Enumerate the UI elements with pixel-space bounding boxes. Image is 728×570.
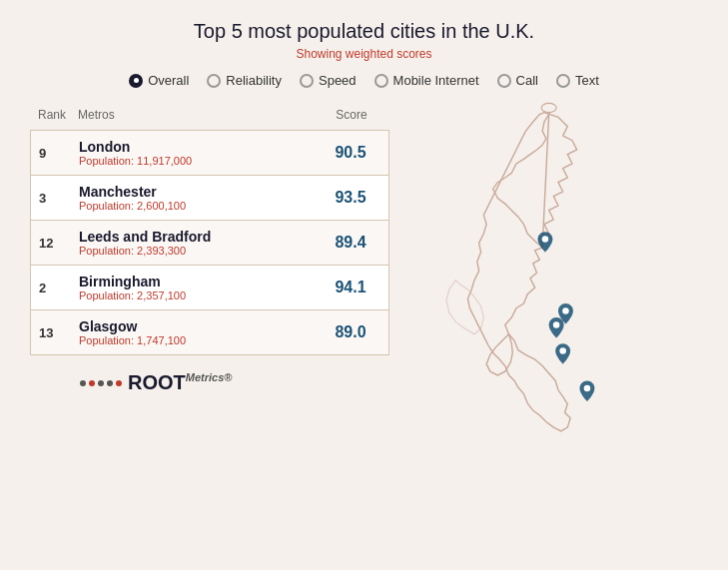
col-score-header: Score <box>322 108 381 122</box>
map-section <box>389 104 699 513</box>
city-name: Glasgow <box>79 318 321 334</box>
svg-point-0 <box>541 103 556 112</box>
table-row: 3 Manchester Population: 2,600,100 93.5 <box>31 176 388 221</box>
svg-point-1 <box>542 236 549 243</box>
radio-reliability-label: Reliability <box>226 73 282 88</box>
table-header: Rank Metros Score <box>30 104 389 126</box>
city-score: 93.5 <box>321 189 380 207</box>
table-row: 12 Leeds and Bradford Population: 2,393,… <box>31 221 388 266</box>
radio-speed[interactable]: Speed <box>300 73 357 88</box>
radio-speed-label: Speed <box>319 73 357 88</box>
logo-root: ROOT <box>128 371 186 393</box>
logo-dots-icon <box>80 380 122 386</box>
radio-call[interactable]: Call <box>497 73 538 88</box>
radio-overall-circle <box>129 74 143 88</box>
radio-call-label: Call <box>516 73 538 88</box>
col-metros-header: Metros <box>78 108 322 122</box>
page-title: Top 5 most populated cities in the U.K. <box>30 20 698 43</box>
row-rank: 3 <box>39 191 79 206</box>
logo-area: ROOTMetrics® <box>30 371 389 394</box>
table-body: 9 London Population: 11,917,000 90.5 3 M… <box>30 130 389 355</box>
radio-text-label: Text <box>575 73 599 88</box>
radio-mobile-internet[interactable]: Mobile Internet <box>374 73 479 88</box>
radio-reliability-circle <box>207 74 221 88</box>
content-area: Rank Metros Score 9 London Population: 1… <box>30 104 698 513</box>
row-rank: 9 <box>39 146 79 161</box>
radio-speed-circle <box>300 74 314 88</box>
city-population: Population: 2,357,100 <box>79 289 321 301</box>
row-rank: 12 <box>39 236 79 251</box>
svg-point-2 <box>562 307 569 314</box>
table-row: 2 Birmingham Population: 2,357,100 94.1 <box>31 266 388 310</box>
radio-mobile-circle <box>374 74 388 88</box>
city-population: Population: 11,917,000 <box>79 155 321 167</box>
radio-text-circle <box>556 74 570 88</box>
city-population: Population: 1,747,100 <box>79 334 321 346</box>
filter-radio-group: Overall Reliability Speed Mobile Interne… <box>30 73 698 88</box>
city-population: Population: 2,393,300 <box>79 245 321 257</box>
radio-overall-label: Overall <box>148 73 189 88</box>
radio-call-circle <box>497 74 511 88</box>
radio-overall[interactable]: Overall <box>129 73 189 88</box>
svg-point-5 <box>584 385 591 392</box>
city-name: Birmingham <box>79 274 321 289</box>
city-name: Leeds and Bradford <box>79 229 321 245</box>
radio-text[interactable]: Text <box>556 73 599 88</box>
city-score: 89.4 <box>321 234 380 252</box>
city-info: London Population: 11,917,000 <box>79 139 321 167</box>
city-info: Leeds and Bradford Population: 2,393,300 <box>79 229 321 257</box>
page-container: Top 5 most populated cities in the U.K. … <box>0 0 728 570</box>
col-rank-header: Rank <box>38 108 78 122</box>
svg-point-3 <box>553 321 560 328</box>
row-rank: 2 <box>39 281 79 295</box>
city-population: Population: 2,600,100 <box>79 200 321 212</box>
uk-map <box>389 94 699 513</box>
data-table-section: Rank Metros Score 9 London Population: 1… <box>30 104 389 513</box>
radio-reliability[interactable]: Reliability <box>207 73 282 88</box>
svg-point-4 <box>559 347 566 354</box>
city-name: Manchester <box>79 184 321 200</box>
logo-metrics: Metrics® <box>186 371 233 383</box>
city-info: Glasgow Population: 1,747,100 <box>79 318 321 346</box>
page-subtitle: Showing weighted scores <box>30 47 698 61</box>
page-header: Top 5 most populated cities in the U.K. … <box>30 20 698 61</box>
uk-map-svg <box>389 94 699 513</box>
city-info: Birmingham Population: 2,357,100 <box>79 274 321 301</box>
city-score: 89.0 <box>321 323 380 341</box>
logo-brand: ROOTMetrics® <box>128 371 232 394</box>
row-rank: 13 <box>39 325 79 340</box>
city-score: 94.1 <box>321 279 380 296</box>
city-name: London <box>79 139 321 155</box>
table-row: 13 Glasgow Population: 1,747,100 89.0 <box>31 310 388 354</box>
table-row: 9 London Population: 11,917,000 90.5 <box>31 131 388 176</box>
radio-mobile-label: Mobile Internet <box>393 73 479 88</box>
city-info: Manchester Population: 2,600,100 <box>79 184 321 212</box>
city-score: 90.5 <box>321 144 380 162</box>
